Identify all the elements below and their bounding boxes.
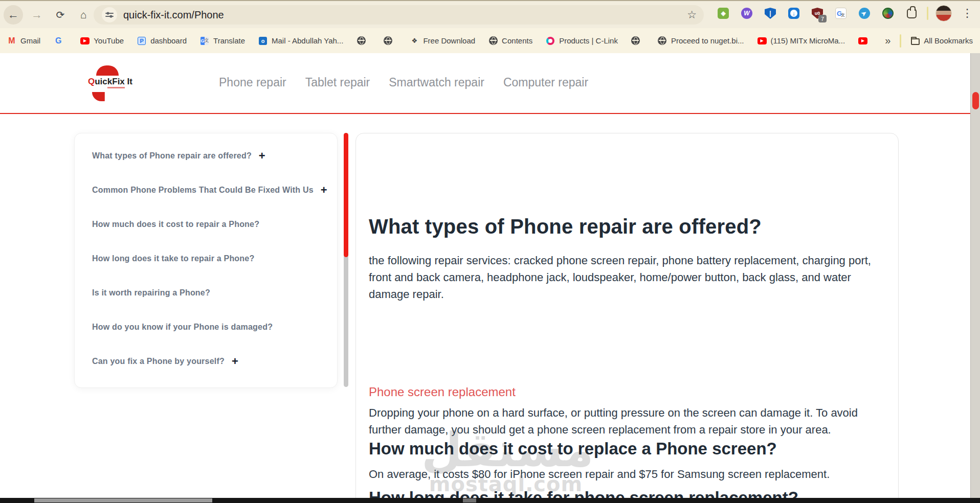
page-scrollbar-track[interactable] — [970, 53, 980, 503]
main-nav: Phone repair Tablet repair Smartwatch re… — [219, 76, 588, 89]
extensions-row: ◈ W | ↓ u0 7 G文 ➤ ⋮ — [715, 5, 975, 21]
nav-computer-repair[interactable]: Computer repair — [503, 76, 588, 89]
horizontal-scrollbar-thumb[interactable] — [34, 498, 212, 502]
faq-item-how-long[interactable]: How long does it take to repair a Phone? — [75, 241, 337, 276]
quickfix-logo[interactable]: QuickFix It — [88, 64, 127, 101]
expand-plus-icon[interactable]: + — [321, 185, 327, 196]
bookmark-gmail[interactable]: M Gmail — [7, 36, 40, 45]
clink-icon — [546, 36, 555, 45]
extensions-puzzle-icon[interactable] — [903, 5, 920, 21]
globe-icon — [383, 36, 392, 45]
globe-icon — [631, 36, 640, 45]
faq-item-cost[interactable]: How much does it cost to repair a Phone? — [75, 207, 337, 241]
logo-arc-icon — [96, 65, 119, 76]
web-page: QuickFix It Phone repair Tablet repair S… — [0, 53, 980, 503]
logo-tagline — [107, 87, 125, 88]
idm-extension-icon[interactable] — [880, 5, 896, 21]
faq-item-damaged[interactable]: How do you know if your Phone is damaged… — [75, 310, 337, 344]
gmail-icon: M — [7, 36, 16, 45]
google-icon: G — [54, 36, 63, 45]
globe-icon — [488, 36, 498, 45]
bookmark-outlook-mail[interactable]: o Mail - Abdullah Yah... — [258, 36, 343, 45]
globe-icon — [357, 36, 366, 45]
expand-plus-icon[interactable]: + — [259, 150, 265, 162]
article-paragraph: Dropping your phone on a hard surface, o… — [369, 404, 886, 438]
youtube-icon: ▶ — [858, 36, 867, 45]
youtube-icon: ▶ — [758, 36, 767, 45]
bookmark-site[interactable] — [357, 36, 370, 45]
bookmark-free-download[interactable]: ❖ Free Download — [410, 36, 475, 45]
faq-item-types-offered[interactable]: What types of Phone repair are offered? … — [75, 139, 337, 173]
back-button[interactable]: ← — [4, 5, 23, 25]
article-card: مستقل mostaql.com What types of Phone re… — [355, 133, 899, 503]
bookmark-dashboard[interactable]: P dashboard — [137, 36, 187, 45]
faq-scrollbar-thumb[interactable] — [344, 133, 348, 257]
faq-scrollbar-track[interactable] — [344, 133, 348, 387]
toolbar-separator — [927, 7, 928, 20]
docs-extension-icon[interactable]: ◈ — [715, 5, 731, 21]
downloader-extension-icon[interactable]: ↓ — [786, 5, 802, 21]
nav-tablet-repair[interactable]: Tablet repair — [305, 76, 370, 89]
bookmark-translate[interactable]: G文 Translate — [200, 36, 245, 45]
article-paragraph: On average, it costs $80 for iPhone scre… — [369, 468, 886, 481]
wayback-extension-icon[interactable]: W — [739, 5, 755, 21]
faq-item-fix-yourself[interactable]: Can you fix a Phone by yourself? + — [75, 344, 337, 378]
bookmark-youtube[interactable]: ▶ YouTube — [80, 36, 124, 45]
bookmarks-bar: M Gmail G ▶ YouTube P dashboard G文 Trans… — [0, 28, 980, 53]
translate-extension-icon[interactable]: G文 — [833, 5, 849, 21]
bottom-taskbar-edge — [0, 498, 980, 503]
page-scrollbar-thumb[interactable] — [972, 92, 979, 109]
article-content: What types of Phone repair are offered? … — [356, 133, 898, 503]
bookmark-site[interactable] — [631, 36, 644, 45]
bookmarks-overflow-chevron[interactable]: » — [885, 35, 890, 47]
bookmark-site[interactable] — [383, 36, 396, 45]
ublock-extension-icon[interactable]: u0 7 — [809, 5, 826, 21]
site-header: QuickFix It Phone repair Tablet repair S… — [0, 53, 970, 114]
browser-toolbar: ← → ⟳ ⌂ quick-fix-it.com/Phone ☆ ◈ W | ↓… — [0, 0, 980, 28]
bookmark-contents[interactable]: Contents — [488, 36, 532, 45]
shield-extension-icon[interactable]: | — [762, 5, 778, 21]
bookmark-star-icon[interactable]: ☆ — [687, 9, 697, 21]
home-button[interactable]: ⌂ — [74, 5, 93, 25]
bookmark-products-clink[interactable]: Products | C-Link — [546, 36, 618, 45]
bookmark-google[interactable]: G — [54, 36, 67, 45]
chrome-menu-icon[interactable]: ⋮ — [959, 5, 975, 21]
diamond-icon: ❖ — [410, 36, 419, 45]
faq-item-common-problems[interactable]: Common Phone Problems That Could Be Fixe… — [75, 173, 337, 207]
bookmarks-separator — [900, 34, 901, 48]
folder-icon — [910, 36, 920, 45]
outlook-icon: o — [258, 36, 268, 45]
profile-avatar[interactable] — [936, 5, 952, 21]
section-heading: How much does it cost to replace a Phone… — [369, 439, 886, 459]
section-heading-red: Phone screen replacement — [369, 385, 886, 399]
logo-arc-icon — [92, 92, 113, 101]
url-text[interactable]: quick-fix-it.com/Phone — [123, 9, 224, 21]
address-bar[interactable]: quick-fix-it.com/Phone ☆ — [94, 5, 704, 25]
nav-phone-repair[interactable]: Phone repair — [219, 76, 286, 89]
expand-plus-icon[interactable]: + — [232, 356, 238, 367]
article-title: What types of Phone repair are offered? — [369, 215, 886, 238]
bookmark-mitx-video[interactable]: ▶ (115) MITx MicroMa... — [758, 36, 845, 45]
bookmark-youtube-2[interactable]: ▶ — [858, 36, 872, 45]
taskbar-segment — [463, 498, 476, 502]
site-settings-icon[interactable] — [102, 7, 117, 22]
youtube-icon: ▶ — [80, 36, 90, 45]
telegram-extension-icon[interactable]: ➤ — [856, 5, 873, 21]
faq-sidebar: What types of Phone repair are offered? … — [74, 133, 338, 388]
article-paragraph: the following repair services: cracked p… — [369, 252, 886, 303]
dashboard-icon: P — [137, 36, 146, 45]
globe-icon — [658, 36, 667, 45]
translate-icon: G文 — [200, 36, 209, 45]
reload-button[interactable]: ⟳ — [51, 5, 70, 25]
bookmark-nuget[interactable]: Proceed to nuget.bi... — [658, 36, 744, 45]
forward-button[interactable]: → — [27, 5, 47, 25]
faq-item-worth[interactable]: Is it worth repairing a Phone? — [75, 276, 337, 310]
all-bookmarks-button[interactable]: All Bookmarks — [910, 36, 973, 45]
nav-smartwatch-repair[interactable]: Smartwatch repair — [389, 76, 484, 89]
ublock-badge: 7 — [818, 15, 827, 22]
logo-text: QuickFix It — [88, 77, 132, 87]
